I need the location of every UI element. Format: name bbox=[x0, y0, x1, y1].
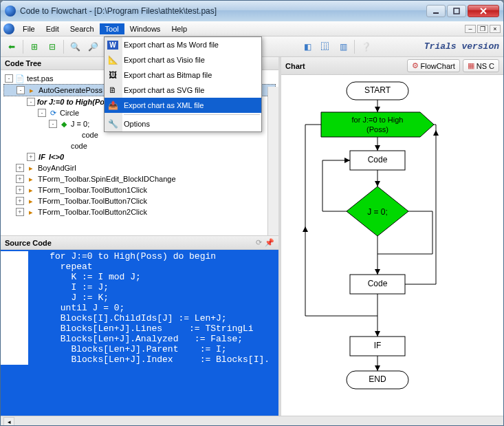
svg-text:IF: IF bbox=[374, 341, 382, 350]
chart-canvas[interactable]: START for J:=0 to High (Poss) Code J = 0… bbox=[281, 75, 503, 416]
titlebar[interactable]: Code to Flowchart - [D:\Program Files\at… bbox=[1, 1, 503, 21]
menu-item-export[interactable]: 🗎Export chart as SVG file bbox=[105, 83, 261, 98]
source-line[interactable]: Blocks[Len+J].Analyzed := False; bbox=[1, 334, 278, 344]
menu-item-label: Options bbox=[124, 120, 150, 128]
tree-expander[interactable]: - bbox=[49, 120, 57, 128]
menu-search[interactable]: Search bbox=[65, 23, 100, 34]
svg-text:Code: Code bbox=[368, 279, 388, 288]
tree-expander[interactable]: + bbox=[27, 153, 35, 161]
tool-menu-dropdown: WExport chart as Ms Word file📐Export cha… bbox=[104, 36, 262, 132]
zoom-out-button[interactable]: 🔎 bbox=[86, 40, 100, 54]
mdi-minimize-button[interactable]: – bbox=[465, 25, 476, 33]
source-code-view[interactable]: for J:=0 to High(Poss) do begin repeat K… bbox=[1, 250, 278, 416]
menu-item-export[interactable]: 📐Export chart as Visio file bbox=[105, 52, 261, 67]
source-line[interactable]: until J = 0; bbox=[1, 303, 278, 313]
menu-file[interactable]: File bbox=[17, 23, 41, 34]
svg-marker-37 bbox=[303, 226, 308, 232]
chart-header: Chart ⚙FlowChart ▦NS C bbox=[281, 57, 503, 75]
tree-scrollbar[interactable] bbox=[267, 87, 278, 235]
source-line[interactable]: for J:=0 to High(Poss) do begin bbox=[1, 251, 278, 262]
tab-flowchart[interactable]: ⚙FlowChart bbox=[407, 59, 460, 72]
source-line[interactable]: Blocks[Len+J].Lines := TStringLi bbox=[1, 323, 278, 334]
trial-label: Trials version bbox=[424, 41, 499, 52]
svg-icon: 🗎 bbox=[106, 84, 120, 96]
hscroll-left[interactable]: ◂ bbox=[3, 417, 14, 427]
menu-item-export[interactable]: WExport chart as Ms Word file bbox=[105, 37, 261, 52]
tree-expander[interactable]: + bbox=[16, 197, 24, 205]
statusbar: ◂ bbox=[1, 416, 503, 426]
tree-item[interactable]: +▸TForm_Toolbar.ToolButton7Click bbox=[3, 195, 276, 206]
tree-node-icon: IF bbox=[36, 152, 47, 162]
menu-tool[interactable]: Tool bbox=[100, 23, 124, 34]
layout-split-button[interactable]: ◧ bbox=[300, 40, 314, 54]
tree-item[interactable]: +▸TForm_Toolbar.ToolButton2Click bbox=[3, 206, 276, 217]
tree-node-icon: ▸ bbox=[25, 196, 36, 206]
tree-node-icon: ⟳ bbox=[47, 108, 58, 118]
source-refresh-icon[interactable]: ⟳ bbox=[256, 238, 262, 247]
tree-node-icon: ▸ bbox=[25, 207, 36, 217]
tree-expander[interactable]: - bbox=[17, 86, 25, 94]
tree-expander[interactable]: + bbox=[16, 175, 24, 183]
tree-expander[interactable]: + bbox=[16, 208, 24, 216]
xml-icon: 📤 bbox=[106, 99, 120, 111]
collapse-button[interactable]: ⊟ bbox=[45, 40, 59, 54]
mdi-close-button[interactable]: × bbox=[490, 25, 501, 33]
tree-item[interactable]: code bbox=[3, 140, 276, 151]
menu-item-export[interactable]: 📤Export chart as XML file bbox=[105, 98, 261, 113]
tree-item[interactable]: +IFI<>0 bbox=[3, 151, 276, 162]
source-line[interactable]: Blocks[Len+J].Parent := I; bbox=[1, 344, 278, 354]
svg-marker-10 bbox=[375, 145, 380, 151]
help-button[interactable]: ❔ bbox=[359, 40, 373, 54]
tree-expander[interactable]: - bbox=[5, 74, 13, 83]
minimize-button[interactable] bbox=[426, 5, 446, 17]
menu-item-export[interactable]: 🖼Export chart as Bitmap file bbox=[105, 67, 261, 83]
svg-marker-25 bbox=[375, 269, 380, 275]
source-line[interactable]: Blocks[Len+J].Index := Blocks[I]. bbox=[1, 354, 278, 365]
tree-item-label: AutoGeneratePoss bbox=[39, 86, 102, 94]
tree-item[interactable]: +▸TForm_Toolbar.ToolButton1Click bbox=[3, 184, 276, 195]
close-button[interactable] bbox=[468, 5, 499, 17]
zoom-in-button[interactable]: 🔍 bbox=[68, 40, 82, 54]
tab-ns-chart[interactable]: ▦NS C bbox=[463, 59, 499, 72]
tree-expander[interactable]: + bbox=[16, 164, 24, 172]
tree-expander[interactable]: + bbox=[16, 186, 24, 194]
tree-expander[interactable]: - bbox=[27, 98, 35, 106]
tree-item[interactable]: +▸TForm_Toolbar.SpinEdit_BlockIDChange bbox=[3, 173, 276, 184]
source-line[interactable]: I := J; bbox=[1, 282, 278, 292]
svg-rect-0 bbox=[433, 12, 439, 14]
source-line[interactable]: Blocks[I].ChildIds[J] := Len+J; bbox=[1, 313, 278, 323]
source-line[interactable]: J := K; bbox=[1, 292, 278, 303]
source-line[interactable]: repeat bbox=[1, 262, 278, 272]
tree-node-icon: ▸ bbox=[25, 163, 36, 173]
menubar-app-icon bbox=[3, 23, 14, 34]
tree-item-label: code bbox=[82, 131, 98, 139]
svg-text:Code: Code bbox=[368, 155, 388, 164]
tree-node-icon: ▸ bbox=[25, 185, 36, 195]
menu-edit[interactable]: Edit bbox=[41, 23, 65, 34]
svg-marker-31 bbox=[433, 130, 439, 136]
tree-item-label: test.pas bbox=[27, 74, 54, 83]
layout-dual-button[interactable]: ⿲ bbox=[318, 40, 332, 54]
tree-item[interactable]: +▸BoyAndGirl bbox=[3, 162, 276, 173]
tree-item-label: I<>0 bbox=[49, 153, 64, 161]
expand-button[interactable]: ⊞ bbox=[28, 40, 41, 54]
menu-item-label: Export chart as Bitmap file bbox=[124, 71, 212, 79]
mdi-restore-button[interactable]: ❐ bbox=[477, 25, 488, 33]
maximize-button[interactable] bbox=[447, 5, 466, 17]
layout-cols-button[interactable]: ▥ bbox=[336, 40, 350, 54]
tree-item-label: J = 0; bbox=[71, 120, 89, 128]
source-line[interactable]: K := I mod J; bbox=[1, 272, 278, 282]
svg-text:START: START bbox=[364, 85, 391, 95]
svg-text:J = 0;: J = 0; bbox=[367, 207, 388, 217]
nav-back-button[interactable]: ⬅ bbox=[5, 40, 19, 54]
tree-node-icon: ▸ bbox=[26, 85, 37, 95]
menu-item-options[interactable]: 🔧 Options bbox=[105, 116, 261, 131]
menu-windows[interactable]: Windows bbox=[124, 23, 166, 34]
menu-item-label: Export chart as XML file bbox=[124, 101, 204, 109]
tree-expander[interactable]: - bbox=[38, 109, 46, 117]
tree-expander bbox=[49, 142, 57, 150]
word-icon: W bbox=[106, 39, 120, 51]
menu-help[interactable]: Help bbox=[166, 23, 193, 34]
source-pin-icon[interactable]: 📌 bbox=[265, 238, 274, 247]
chart-title: Chart bbox=[285, 62, 305, 70]
